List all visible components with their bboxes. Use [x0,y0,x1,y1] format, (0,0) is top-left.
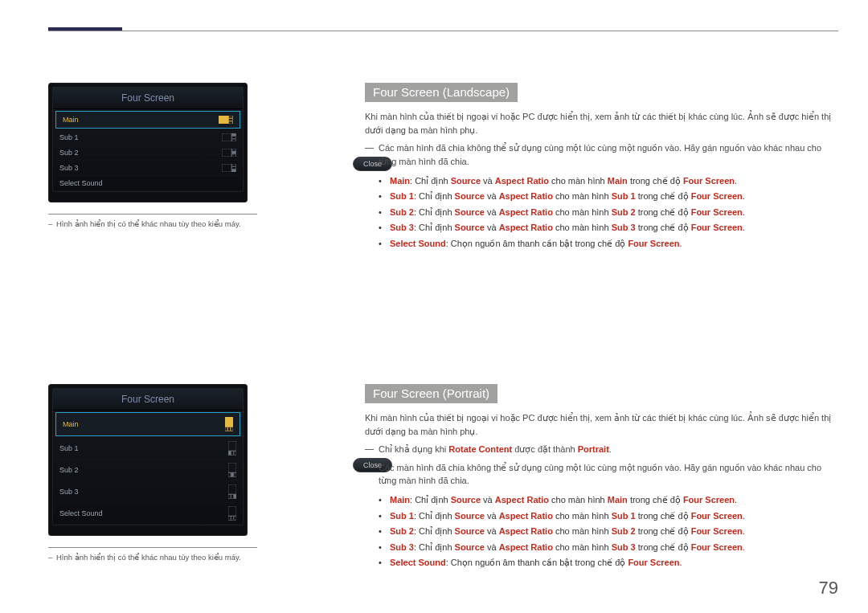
intro-text: Khi màn hình của thiết bị ngoại vi hoặc … [365,110,838,137]
svg-rect-26 [231,473,234,477]
svg-rect-15 [232,170,236,172]
svg-rect-9 [232,149,236,151]
four-screen-portrait-panel: Four Screen Main Sub 1 [48,384,248,536]
list-item: Select Sound: Chọn nguồn âm thanh cần bậ… [379,235,838,251]
footnote-text: Hình ảnh hiển thị có thể khác nhau tùy t… [48,553,346,562]
menu-item-label: Main [63,116,79,124]
svg-rect-21 [228,452,231,456]
svg-rect-4 [222,133,231,141]
svg-rect-10 [232,152,236,154]
menu-item-label: Sub 2 [59,149,79,157]
list-item: Sub 1: Chỉ định Source và Aspect Ratio c… [379,189,838,205]
header-rule [48,31,838,31]
svg-rect-30 [231,495,234,499]
svg-rect-14 [232,167,236,170]
list-item: Main: Chỉ định Source và Aspect Ratio ch… [379,173,838,189]
left-column-bottom: Four Screen Main Sub 1 [48,384,346,562]
list-item: Select Sound: Chọn nguồn âm thanh cần bậ… [379,555,838,571]
list-item: Sub 2: Chỉ định Source và Aspect Ratio c… [379,204,838,220]
section-landscape: Four Screen (Landscape) Khi màn hình của… [365,83,838,251]
layout-sub1-landscape-icon [222,133,236,141]
list-item: Sub 3: Chỉ định Source và Aspect Ratio c… [379,539,838,555]
layout-sub2-landscape-icon [222,149,236,157]
menu-item-sub3[interactable]: Sub 3 [53,161,243,176]
svg-rect-7 [232,139,236,141]
svg-rect-23 [234,452,236,456]
menu-item-select-sound[interactable]: Select Sound [53,176,243,191]
svg-rect-12 [222,164,231,172]
svg-rect-34 [231,517,234,521]
layout-main-landscape-icon [219,116,233,124]
menu-item-sub3[interactable]: Sub 3 [53,481,243,503]
svg-rect-8 [222,149,231,157]
menu-item-select-sound[interactable]: Select Sound [53,503,243,525]
note-availability: Chỉ khả dụng khi Rotate Content được đặt… [365,443,838,456]
menu-item-label: Select Sound [59,179,103,187]
svg-rect-28 [228,484,236,494]
svg-rect-24 [228,463,236,472]
menu-item-sub1[interactable]: Sub 1 [53,130,243,145]
list-item: Sub 1: Chỉ định Source và Aspect Ratio c… [379,508,838,524]
section-portrait: Four Screen (Portrait) Khi màn hình của … [365,384,838,570]
layout-sub3-landscape-icon [222,164,236,172]
svg-rect-5 [232,133,236,136]
list-item: Sub 2: Chỉ định Source và Aspect Ratio c… [379,524,838,540]
svg-rect-17 [225,427,227,431]
heading-landscape: Four Screen (Landscape) [365,83,518,102]
list-item: Sub 3: Chỉ định Source và Aspect Ratio c… [379,220,838,236]
svg-rect-22 [231,452,234,456]
bullet-list: Main: Chỉ định Source và Aspect Ratio ch… [365,173,838,251]
menu-item-sub1[interactable]: Sub 1 [53,438,243,460]
svg-rect-35 [234,517,236,521]
footnote-rule [48,214,257,215]
layout-sub1-portrait-icon [228,441,236,456]
left-column-top: Four Screen Main Sub 1 [48,83,346,228]
menu-item-label: Sub 3 [59,164,79,172]
svg-rect-0 [219,116,228,124]
intro-text: Khi màn hình của thiết bị ngoại vi hoặc … [365,411,838,438]
layout-main-portrait-icon [225,417,233,431]
svg-rect-25 [228,473,231,477]
menu-item-label: Main [63,420,79,428]
layout-sound-portrait-icon [228,506,236,521]
panel-title: Four Screen [53,389,243,411]
svg-rect-31 [234,495,236,499]
menu-item-label: Sub 1 [59,444,79,452]
menu-item-label: Sub 3 [59,488,79,496]
page-number: 79 [819,578,838,599]
menu-item-sub2[interactable]: Sub 2 [53,145,243,161]
layout-sub2-portrait-icon [228,463,236,477]
menu-item-label: Sub 2 [59,466,79,474]
note-text: Các màn hình đã chia không thể sử dụng c… [365,141,838,168]
heading-portrait: Four Screen (Portrait) [365,384,497,403]
panel-title: Four Screen [53,88,243,109]
svg-rect-11 [232,154,236,157]
svg-rect-29 [228,495,231,499]
svg-rect-16 [225,417,233,427]
menu-item-main[interactable]: Main [55,412,240,436]
four-screen-landscape-panel: Four Screen Main Sub 1 [48,83,248,202]
svg-rect-18 [228,427,231,431]
menu-item-main[interactable]: Main [55,111,240,129]
footnote-text: Hình ảnh hiển thị có thể khác nhau tùy t… [48,219,346,228]
svg-rect-19 [231,427,233,431]
svg-rect-3 [229,121,233,124]
menu-item-label: Select Sound [59,509,103,517]
svg-rect-6 [232,137,236,139]
svg-rect-32 [228,506,236,516]
svg-rect-1 [229,116,233,118]
footnote-rule [48,547,257,548]
bullet-list: Main: Chỉ định Source và Aspect Ratio ch… [365,492,838,571]
svg-rect-13 [232,164,236,166]
svg-rect-2 [229,119,233,121]
svg-rect-27 [234,473,236,477]
svg-rect-20 [228,441,236,451]
svg-rect-33 [228,517,231,521]
layout-sub3-portrait-icon [228,484,236,499]
note-text: Các màn hình đã chia không thể sử dụng c… [365,461,838,488]
list-item: Main: Chỉ định Source và Aspect Ratio ch… [379,492,838,509]
menu-item-label: Sub 1 [59,133,79,141]
menu-item-sub2[interactable]: Sub 2 [53,460,243,481]
